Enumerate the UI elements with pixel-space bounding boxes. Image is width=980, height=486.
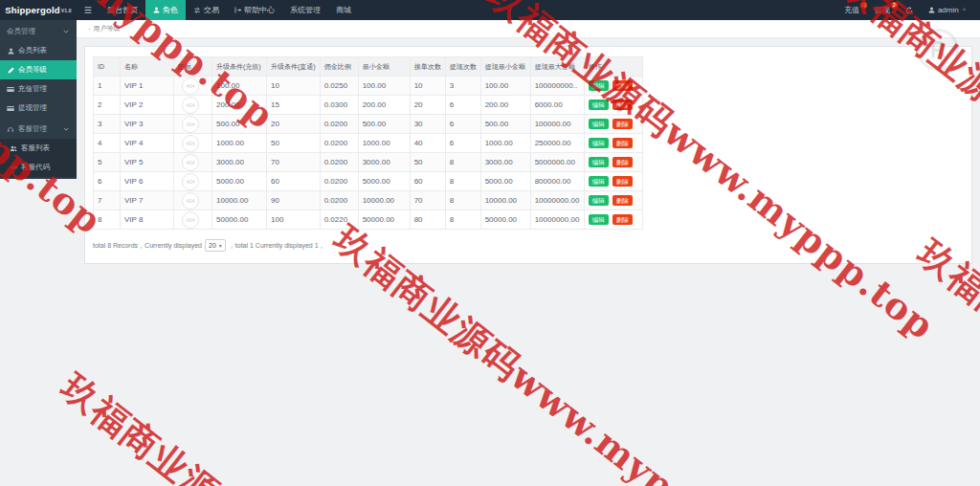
edit-button[interactable]: 编辑 xyxy=(589,157,609,168)
cell-name: VIP 6 xyxy=(121,172,174,191)
cell-withdraw_min: 3000.00 xyxy=(480,153,530,172)
chevron-down-icon xyxy=(62,30,70,33)
edit-button[interactable]: 编辑 xyxy=(589,176,609,188)
table-footer: total 8 Records，Currently displayed 20 ▾… xyxy=(93,239,962,252)
cell-name: VIP 8 xyxy=(121,210,174,230)
withdraw-link[interactable]: 提现 2 xyxy=(868,0,897,20)
cell-min_amount: 5000.00 xyxy=(358,172,410,191)
cell-actions: 编辑删除 xyxy=(584,153,642,172)
recharge-link[interactable]: 充值 1 xyxy=(837,0,866,20)
cell-withdraw_count: 6 xyxy=(445,134,480,153)
page: ShippergoldV1.0 后台首页角色交易帮助中心系统管理商城 充值 1 … xyxy=(0,0,980,486)
sidebar-item-6[interactable]: 客服管理 xyxy=(0,120,77,139)
cell-order_count: 60 xyxy=(410,172,445,191)
cell-id: 8 xyxy=(94,210,121,230)
cell-icon: 404 xyxy=(174,134,212,153)
sidebar-item-7[interactable]: 客服列表 xyxy=(0,139,77,158)
cell-withdraw_min: 5000.00 xyxy=(480,172,530,191)
broken-image-icon: 404 xyxy=(182,192,199,210)
cell-order_count: 50 xyxy=(410,153,445,172)
cell-withdraw_min: 50000.00 xyxy=(480,210,530,230)
cell-upgrade_direct: 20 xyxy=(267,115,321,134)
cell-name: VIP 3 xyxy=(121,115,174,134)
app-logo: ShippergoldV1.0 xyxy=(0,0,77,20)
sidebar-item-1[interactable]: 会员管理 xyxy=(0,22,77,41)
nav-item-6[interactable]: 商城 xyxy=(328,0,359,20)
delete-button[interactable]: 删除 xyxy=(612,80,633,92)
code-icon: </> xyxy=(10,165,17,170)
cell-actions: 编辑删除 xyxy=(584,191,642,210)
table-row: 4VIP 44041000.00500.02001000.004061000.0… xyxy=(94,134,643,153)
sidebar-item-5[interactable]: 提现管理 xyxy=(0,99,77,118)
cell-withdraw_min: 100.00 xyxy=(480,77,530,96)
sidebar-item-3[interactable]: 会员等级 xyxy=(0,60,77,79)
column-header-id: ID xyxy=(94,57,121,77)
breadcrumb-dot-icon: ◦ xyxy=(88,26,90,33)
nav-item-label: 后台首页 xyxy=(107,5,138,15)
delete-button[interactable]: 删除 xyxy=(612,99,633,111)
table-header-row: ID名称图标升级条件(充值)升级条件(直通)佣金比例最小金额接单次数提现次数提现… xyxy=(94,57,643,77)
records-summary: total 8 Records，Currently displayed xyxy=(93,241,202,251)
cell-upgrade_direct: 100 xyxy=(267,210,321,230)
delete-button[interactable]: 删除 xyxy=(612,119,633,130)
cell-order_count: 80 xyxy=(410,210,445,230)
cell-order_count: 30 xyxy=(410,115,445,134)
sidebar-item-4[interactable]: 充值管理 xyxy=(0,79,77,99)
delete-button[interactable]: 删除 xyxy=(612,195,633,207)
broken-image-icon: 404 xyxy=(182,97,199,114)
column-header-withdraw_max: 提现最大金额 xyxy=(530,57,584,77)
nav-item-4[interactable]: 帮助中心 xyxy=(227,0,282,20)
edit-button[interactable]: 编辑 xyxy=(589,99,609,111)
cell-id: 7 xyxy=(94,191,121,210)
cell-upgrade_recharge: 10000.00 xyxy=(212,191,267,210)
chevron-down-icon xyxy=(62,127,70,131)
page-size-select[interactable]: 20 ▾ xyxy=(205,239,226,252)
table-row: 6VIP 64045000.00600.02005000.006085000.0… xyxy=(94,172,643,191)
collapse-menu-button[interactable] xyxy=(77,0,100,20)
cell-min_amount: 500.00 xyxy=(358,115,410,134)
user-level-table: ID名称图标升级条件(充值)升级条件(直通)佣金比例最小金额接单次数提现次数提现… xyxy=(93,56,643,230)
delete-button[interactable]: 删除 xyxy=(612,176,633,188)
nav-item-2[interactable]: 角色 xyxy=(145,0,186,20)
cell-name: VIP 2 xyxy=(121,96,174,115)
nav-item-3[interactable]: 交易 xyxy=(186,0,227,20)
cell-withdraw_max: 100000000.. xyxy=(530,77,584,96)
broken-image-icon: 404 xyxy=(182,154,199,171)
recharge-label: 充值 xyxy=(844,5,859,15)
card-icon xyxy=(7,86,14,93)
delete-button[interactable]: 删除 xyxy=(612,157,633,168)
delete-button[interactable]: 删除 xyxy=(612,138,633,149)
sidebar-item-8[interactable]: </>客服代码 xyxy=(0,158,77,177)
nav-item-5[interactable]: 系统管理 xyxy=(282,0,328,20)
column-header-upgrade_direct: 升级条件(直通) xyxy=(267,57,321,77)
cell-icon: 404 xyxy=(174,96,212,115)
admin-menu[interactable]: admin ^ xyxy=(922,0,972,20)
cell-withdraw_count: 3 xyxy=(445,77,480,96)
column-header-upgrade_recharge: 升级条件(充值) xyxy=(212,57,267,77)
breadcrumb-label: 用户等级 xyxy=(93,24,120,33)
refresh-icon xyxy=(905,7,913,14)
edit-button[interactable]: 编辑 xyxy=(589,80,609,92)
delete-button[interactable]: 删除 xyxy=(612,214,633,226)
cell-withdraw_max: 10000000.00 xyxy=(530,191,584,210)
cell-commission: 0.0200 xyxy=(320,134,358,153)
cell-actions: 编辑删除 xyxy=(584,210,642,230)
cell-actions: 编辑删除 xyxy=(584,96,642,115)
edit-button[interactable]: 编辑 xyxy=(589,119,609,130)
level-icon xyxy=(7,67,14,74)
edit-button[interactable]: 编辑 xyxy=(589,195,609,207)
cell-upgrade_recharge: 200.00 xyxy=(212,96,267,115)
edit-button[interactable]: 编辑 xyxy=(589,214,609,226)
edit-button[interactable]: 编辑 xyxy=(589,138,609,149)
nav-item-1[interactable]: 后台首页 xyxy=(100,0,145,20)
broken-image-icon: 404 xyxy=(182,173,199,190)
sidebar-item-2[interactable]: 会员列表 xyxy=(0,41,77,60)
cell-actions: 编辑删除 xyxy=(584,172,642,191)
top-navbar: ShippergoldV1.0 后台首页角色交易帮助中心系统管理商城 充值 1 … xyxy=(0,0,980,20)
cell-min_amount: 200.00 xyxy=(358,96,410,115)
broken-image-icon: 404 xyxy=(182,116,199,133)
sidebar-item-label: 会员列表 xyxy=(18,46,47,55)
refresh-button[interactable] xyxy=(899,0,920,20)
service-icon xyxy=(7,126,14,133)
nav-item-label: 帮助中心 xyxy=(244,5,275,15)
